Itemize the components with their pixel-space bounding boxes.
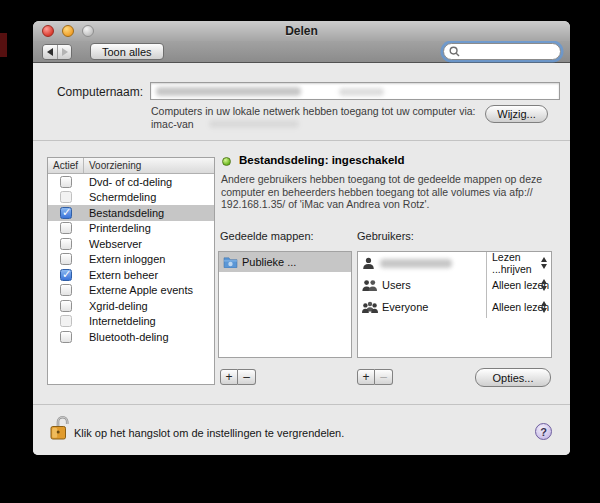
service-checkbox[interactable]	[60, 331, 72, 343]
remove-user-button[interactable]: –	[375, 369, 393, 385]
add-folder-button[interactable]: +	[220, 369, 238, 385]
service-row[interactable]: Extern inloggen	[48, 252, 214, 268]
user-row[interactable]: Everyone Alleen lezen	[358, 296, 551, 318]
computer-name-label: Computernaam:	[33, 85, 143, 99]
two-users-icon	[362, 279, 378, 292]
shared-folder-name: Publieke ...	[242, 256, 296, 268]
service-label: Externe Apple events	[84, 284, 193, 296]
service-row[interactable]: Internetdeling	[48, 314, 214, 330]
service-label: Webserver	[84, 238, 142, 250]
column-header-service: Voorziening	[84, 160, 141, 171]
search-icon	[449, 46, 460, 57]
service-label: Bluetooth-deling	[84, 331, 169, 343]
user-row[interactable]: Users Alleen lezen	[358, 274, 551, 296]
footer-divider	[33, 404, 570, 405]
zoom-button[interactable]	[82, 25, 94, 37]
lock-hint-text: Klik op het hangslot om de instellingen …	[74, 427, 344, 439]
permission-cell[interactable]: Alleen lezen	[486, 296, 551, 318]
toolbar: Toon alles	[33, 41, 570, 63]
status-description: Andere gebruikers hebben toegang tot de …	[221, 173, 570, 211]
service-checkbox[interactable]	[60, 191, 72, 203]
remove-folder-button[interactable]: –	[238, 369, 256, 385]
search-field[interactable]	[443, 43, 561, 60]
window-title: Delen	[285, 24, 318, 38]
edit-button[interactable]: Wijzig...	[485, 105, 548, 123]
back-button[interactable]	[43, 45, 57, 59]
service-checkbox[interactable]	[60, 176, 72, 188]
local-network-caption: Computers in uw lokale netwerk hebben to…	[151, 105, 476, 130]
service-checkbox[interactable]	[60, 207, 72, 219]
unlocked-padlock-icon[interactable]	[48, 415, 70, 441]
blue-folder-icon	[223, 256, 238, 268]
forward-button[interactable]	[57, 45, 71, 59]
help-button[interactable]: ?	[535, 423, 552, 440]
service-label: Xgrid-deling	[84, 300, 148, 312]
status-indicator-icon	[222, 157, 231, 166]
shared-folders-label: Gedeelde mappen:	[220, 230, 314, 242]
service-label: Internetdeling	[84, 315, 156, 327]
service-row[interactable]: Externe Apple events	[48, 283, 214, 299]
caption-line: Computers in uw lokale netwerk hebben to…	[151, 105, 476, 117]
section-divider	[33, 140, 570, 141]
show-all-button[interactable]: Toon alles	[90, 43, 164, 60]
user-row[interactable]: Lezen ...hrijven	[358, 252, 551, 274]
service-row[interactable]: Webserver	[48, 236, 214, 252]
history-nav	[42, 44, 72, 60]
back-icon	[47, 48, 53, 56]
close-button[interactable]	[42, 25, 54, 37]
permission-stepper[interactable]	[541, 257, 547, 269]
minimize-button[interactable]	[62, 25, 74, 37]
service-checkbox[interactable]	[60, 238, 72, 250]
service-label: Dvd- of cd-deling	[84, 176, 172, 188]
service-label: Bestandsdeling	[84, 207, 164, 219]
service-checkbox[interactable]	[60, 300, 72, 312]
permission-cell[interactable]: Alleen lezen	[486, 274, 551, 296]
service-label: Schermdeling	[84, 191, 156, 203]
users-list: Lezen ...hrijven Users Alleen lezen	[357, 251, 552, 358]
service-checkbox[interactable]	[60, 222, 72, 234]
service-row[interactable]: Extern beheer	[48, 267, 214, 283]
service-row[interactable]: Printerdeling	[48, 221, 214, 237]
permission-cell[interactable]: Lezen ...hrijven	[486, 252, 551, 274]
shared-folder-row[interactable]: Publieke ...	[219, 252, 351, 272]
service-checkbox[interactable]	[60, 284, 72, 296]
permission-stepper[interactable]	[541, 301, 547, 313]
status-title: Bestandsdeling: ingeschakeld	[239, 154, 405, 166]
desktop-background-fragment	[0, 33, 7, 57]
redacted-user-name	[380, 259, 452, 268]
service-row[interactable]: Schermdeling	[48, 190, 214, 206]
service-row[interactable]: Bestandsdeling	[48, 205, 214, 221]
user-name: Everyone	[382, 301, 428, 313]
service-row[interactable]: Bluetooth-deling	[48, 329, 214, 345]
service-label: Extern inloggen	[84, 253, 165, 265]
services-list: Actief Voorziening Dvd- of cd-deling Sch…	[47, 157, 215, 385]
redacted-text	[339, 88, 384, 96]
service-label: Extern beheer	[84, 269, 158, 281]
add-user-button[interactable]: +	[357, 369, 375, 385]
permission-stepper[interactable]	[541, 279, 547, 291]
single-user-icon	[362, 257, 375, 270]
three-users-icon	[362, 301, 378, 314]
titlebar[interactable]: Delen	[33, 21, 570, 41]
service-checkbox[interactable]	[60, 269, 72, 281]
users-label: Gebruikers:	[357, 230, 414, 242]
service-label: Printerdeling	[84, 222, 151, 234]
content: Computernaam: Computers in uw lokale net…	[33, 63, 570, 455]
search-input[interactable]	[460, 46, 550, 58]
service-checkbox[interactable]	[60, 253, 72, 265]
sharing-preferences-window: Delen Toon alles Computernaam: Computers…	[33, 21, 570, 455]
shared-folders-list: Publieke ...	[218, 251, 352, 358]
services-header: Actief Voorziening	[48, 158, 214, 174]
options-button[interactable]: Opties...	[475, 368, 551, 387]
user-name: Users	[382, 279, 411, 291]
hostname-text: imac-van	[151, 118, 194, 130]
service-checkbox[interactable]	[60, 315, 72, 327]
redacted-text	[209, 120, 299, 128]
service-row[interactable]: Dvd- of cd-deling	[48, 174, 214, 190]
column-header-active: Actief	[48, 158, 84, 173]
redacted-text	[156, 87, 301, 96]
service-row[interactable]: Xgrid-deling	[48, 298, 214, 314]
forward-icon	[62, 48, 68, 56]
computer-name-input[interactable]	[150, 82, 560, 100]
